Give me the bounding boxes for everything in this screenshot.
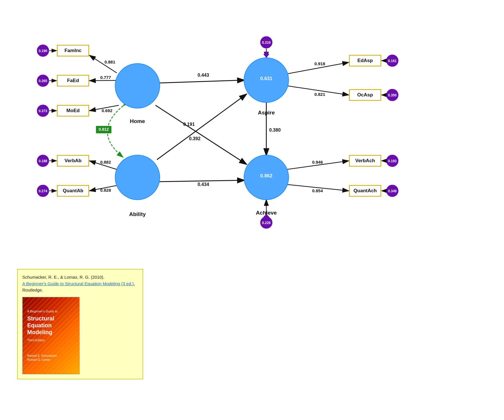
home-famInc-weight: 0.881 <box>105 60 115 64</box>
faEd-error-val: 0.265 <box>39 79 47 83</box>
ocAsp-label: OcAsp <box>357 92 373 98</box>
home-faEd-arrow <box>89 80 117 81</box>
ability-verbAb-weight: 0.882 <box>100 160 111 165</box>
home-circle <box>115 64 160 108</box>
quantAch-error-val: 0.349 <box>388 189 397 193</box>
book-author1: Randall E. Schumacker <box>27 354 57 358</box>
ability-node-label: Ability <box>129 211 146 217</box>
quantAb-error-val: 0.274 <box>39 189 47 193</box>
book-small-title: A Beginner's Guide to <box>27 309 58 314</box>
home-achieve-weight: 0.191 <box>183 122 195 127</box>
book-author2: Richard G. Lomax <box>27 358 57 362</box>
achieve-node-label: Achieve <box>256 210 277 216</box>
home-faEd-weight: 0.777 <box>100 75 111 80</box>
quantAb-label: QuantAb <box>63 188 83 193</box>
citation-link[interactable]: A Beginner's Guide to Structural Equatio… <box>22 281 135 286</box>
aspire-edAsp-weight: 0.918 <box>314 61 325 66</box>
ability-aspire-arrow <box>157 94 247 160</box>
ability-achieve-arrow <box>159 180 245 182</box>
edAsp-label: EdAsp <box>357 58 373 63</box>
moEd-label: MoEd <box>66 108 80 113</box>
edAsp-error-val: 0.161 <box>388 59 397 63</box>
aspire-disturbance-val: 0.319 <box>262 41 271 45</box>
home-aspire-arrow <box>159 80 245 83</box>
ability-aspire-weight: 0.392 <box>189 136 200 141</box>
achieve-verbAch-weight: 0.946 <box>312 160 323 165</box>
book-main-title: StructuralEquationModeling <box>27 315 54 336</box>
ocAsp-error-val: 0.350 <box>388 93 397 97</box>
famInc-error-val: 0.190 <box>39 49 47 53</box>
famInc-label: FamInc <box>64 48 82 53</box>
aspire-achieve-weight: 0.380 <box>269 128 281 132</box>
aspire-disturbance-diamond <box>263 51 269 58</box>
ability-quantAb-weight: 0.828 <box>100 188 111 193</box>
citation-box: Schumacker, R. E., & Lomax, R. G. (2010)… <box>17 269 143 379</box>
home-node-label: Home <box>130 118 145 124</box>
quantAch-label: QuantAch <box>353 188 377 193</box>
home-aspire-weight: 0.443 <box>198 73 209 78</box>
aspire-r2: 0.631 <box>260 76 273 81</box>
achieve-r2: 0.862 <box>260 173 273 179</box>
verbAch-label: VerbAch <box>355 158 375 163</box>
achieve-quantAch-weight: 0.854 <box>312 188 323 193</box>
aspire-ocAsp-weight: 0.821 <box>314 92 325 97</box>
sem-diagram: FamInc FaEd MoEd VerbAb QuantAb EdAsp Oc… <box>0 0 504 286</box>
corr-label: 0.812 <box>99 127 109 132</box>
home-moEd-weight: 0.692 <box>102 108 113 113</box>
faEd-label: FaEd <box>67 78 79 83</box>
ability-circle <box>115 155 160 200</box>
home-achieve-arrow <box>155 105 247 165</box>
verbAb-label: VerbAb <box>64 158 82 163</box>
citation-authors: Schumacker, R. E., & Lomax, R. G. (2010)… <box>22 275 105 280</box>
citation-publisher: Routledge. <box>22 288 43 292</box>
ability-achieve-weight: 0.434 <box>198 182 209 187</box>
aspire-node-label: Aspire <box>258 110 275 116</box>
book-authors: Randall E. Schumacker Richard G. Lomax <box>27 354 57 362</box>
moEd-error-val: 0.373 <box>39 109 47 113</box>
verbAb-error-val: 0.188 <box>39 159 47 163</box>
verbAch-error-val: 0.193 <box>388 159 397 163</box>
book-edition: Third Edition <box>27 338 45 343</box>
citation-text: Schumacker, R. E., & Lomax, R. G. (2010)… <box>22 274 138 294</box>
achieve-disturbance-val: 0.228 <box>262 221 271 225</box>
diagram-container: FamInc FaEd MoEd VerbAb QuantAb EdAsp Oc… <box>0 0 504 286</box>
book-cover: A Beginner's Guide to StructuralEquation… <box>22 297 80 374</box>
